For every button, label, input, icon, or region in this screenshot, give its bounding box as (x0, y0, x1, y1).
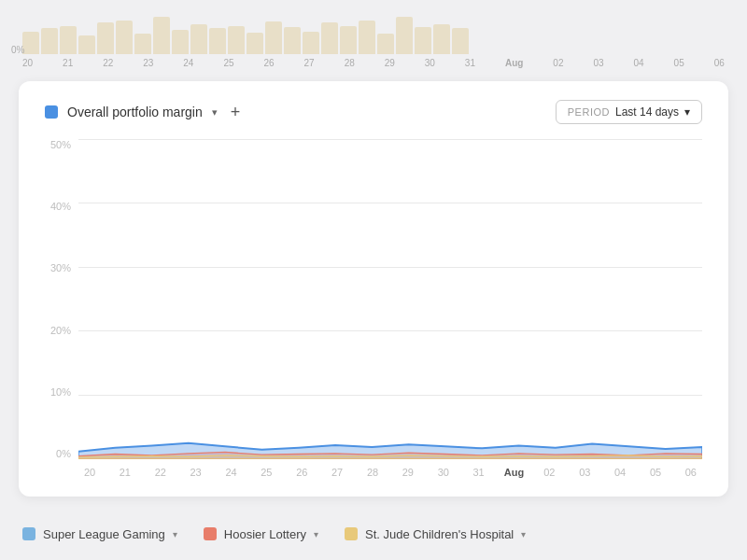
top-bar (377, 34, 394, 54)
top-bar (134, 34, 151, 54)
top-bar (303, 32, 319, 54)
top-bar (396, 17, 413, 54)
top-bar (116, 21, 133, 54)
legend-chevron-icon-0[interactable]: ▾ (173, 529, 177, 539)
top-bar (97, 22, 114, 54)
x-axis-label: 29 (397, 467, 419, 478)
legend-chevron-icon-1[interactable]: ▾ (314, 529, 318, 539)
top-x-label: 22 (103, 58, 113, 68)
top-bar (340, 26, 357, 54)
top-bar (359, 21, 375, 54)
period-value: Last 14 days (615, 105, 679, 119)
top-bar (284, 27, 301, 54)
legend-color-2 (345, 527, 358, 540)
top-bar (415, 27, 431, 54)
legend-label-1: Hoosier Lottery (224, 527, 306, 541)
main-card: Overall portfolio margin ▾ + PERIOD Last… (19, 81, 728, 497)
x-axis-label: 26 (290, 467, 313, 478)
top-x-label: 04 (634, 58, 644, 68)
legend-color-0 (22, 527, 35, 540)
title-chevron-icon[interactable]: ▾ (212, 106, 218, 119)
x-axis-label: 06 (680, 467, 702, 478)
y-axis-label: 0% (45, 448, 78, 459)
top-bar (321, 22, 338, 54)
add-metric-button[interactable]: + (227, 104, 245, 120)
top-x-label: 29 (385, 58, 395, 68)
top-bar (209, 28, 226, 54)
card-header-left: Overall portfolio margin ▾ + (45, 104, 244, 120)
top-x-label: 21 (63, 58, 73, 68)
top-bar (265, 21, 282, 54)
y-axis-label: 30% (45, 262, 78, 273)
x-axis-label: 31 (468, 467, 490, 478)
bottom-legend: Super League Gaming▾Hoosier Lottery▾St. … (0, 508, 747, 560)
top-x-label: 28 (345, 58, 355, 68)
x-axis-label: 04 (609, 467, 631, 478)
legend-item-2[interactable]: St. Jude Children's Hospital▾ (345, 527, 526, 541)
legend-label-0: Super League Gaming (43, 527, 165, 541)
top-x-label: 05 (674, 58, 684, 68)
top-bar (22, 32, 39, 54)
top-x-label: 06 (714, 58, 725, 68)
top-bar (41, 28, 58, 54)
top-x-label: 27 (304, 58, 315, 68)
x-axis-label: 30 (432, 467, 455, 478)
x-axis-label: Aug (503, 467, 526, 478)
x-axis-label: 24 (220, 467, 243, 478)
chart-inner: 202122232425262728293031Aug0203040506 (78, 139, 702, 478)
y-axis-label: 40% (45, 201, 78, 212)
x-axis-label: 05 (644, 467, 667, 478)
x-axis-label: 21 (114, 467, 136, 478)
legend-item-1[interactable]: Hoosier Lottery▾ (204, 527, 318, 541)
top-x-label: 25 (223, 58, 233, 68)
top-bar (228, 26, 245, 54)
y-axis-label: 20% (45, 325, 78, 336)
card-header: Overall portfolio margin ▾ + PERIOD Last… (45, 100, 702, 124)
x-axis-label: 20 (78, 467, 101, 478)
top-x-label: Aug (505, 58, 523, 68)
legend-chevron-icon-2[interactable]: ▾ (521, 529, 526, 539)
x-axis-label: 02 (538, 467, 560, 478)
top-bar (153, 17, 170, 54)
x-axis-labels: 202122232425262728293031Aug0203040506 (78, 467, 702, 478)
y-axis-label: 10% (45, 386, 78, 398)
period-static-label: PERIOD (568, 106, 610, 118)
period-dropdown-button[interactable]: PERIOD Last 14 days ▾ (556, 100, 702, 124)
x-axis-label: 28 (361, 467, 384, 478)
top-bar (60, 26, 77, 54)
period-chevron-icon: ▾ (684, 105, 690, 119)
top-x-label: 30 (425, 58, 435, 68)
top-x-label: 02 (553, 58, 563, 68)
legend-item-0[interactable]: Super League Gaming▾ (22, 527, 177, 541)
legend-label-2: St. Jude Children's Hospital (365, 527, 514, 541)
x-axis-label: 25 (255, 467, 277, 478)
top-bar (190, 24, 207, 54)
top-bar (452, 28, 469, 54)
top-bar (247, 33, 263, 54)
x-axis-label: 22 (149, 467, 172, 478)
x-axis-label: 23 (185, 467, 207, 478)
legend-color-1 (204, 527, 217, 540)
top-bar (78, 35, 95, 54)
chart-container: 50%40%30%20%10%0% 2021222324252627282930… (45, 139, 702, 478)
x-axis-label: 03 (573, 467, 596, 478)
top-bar (172, 30, 189, 54)
x-axis-label: 27 (326, 467, 348, 478)
top-x-label: 20 (22, 58, 33, 68)
card-title: Overall portfolio margin (67, 105, 203, 119)
top-bar-chart (22, 7, 725, 54)
period-selector: PERIOD Last 14 days ▾ (556, 100, 702, 124)
top-x-label: 31 (465, 58, 475, 68)
top-chart-area: 202122232425262728293031Aug0203040506 0% (0, 0, 747, 70)
top-x-label: 26 (263, 58, 274, 68)
portfolio-chart-svg (78, 139, 702, 459)
top-x-label: 23 (143, 58, 153, 68)
top-axis-labels: 202122232425262728293031Aug0203040506 (22, 54, 725, 68)
y-axis: 50%40%30%20%10%0% (45, 139, 78, 478)
top-x-label: 24 (183, 58, 193, 68)
y-axis-label: 50% (45, 139, 78, 150)
top-x-label: 03 (593, 58, 603, 68)
top-bar (433, 24, 450, 54)
portfolio-legend-dot (45, 105, 58, 119)
top-zero-label: 0% (11, 45, 24, 55)
